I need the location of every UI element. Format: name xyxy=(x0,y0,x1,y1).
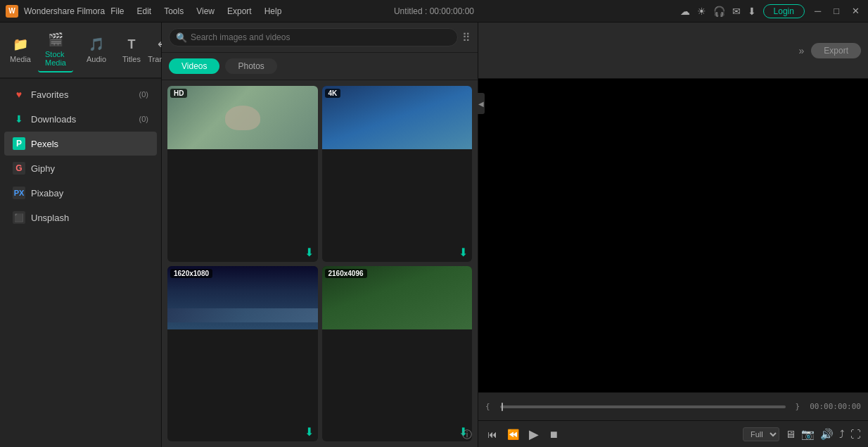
menu-view[interactable]: View xyxy=(196,6,215,16)
filter-tabs: Videos Photos xyxy=(162,53,478,80)
downloads-count: (0) xyxy=(139,115,148,123)
tool-stock-media[interactable]: 🎬 Stock Media xyxy=(38,27,73,73)
title-bar-menu: File Edit Tools View Export Help xyxy=(110,6,281,16)
project-title: Untitled : 00:00:00:00 xyxy=(394,6,474,16)
content-area: ◀ 🔍 ⠿ Videos Photos xyxy=(162,23,478,447)
filter-photos-tab[interactable]: Photos xyxy=(225,58,276,74)
sidebar-item-giphy[interactable]: G Giphy xyxy=(4,156,157,180)
heart-icon: ♥ xyxy=(13,88,25,101)
menu-edit[interactable]: Edit xyxy=(137,6,152,16)
tool-stock-media-label: Stock Media xyxy=(45,50,66,67)
title-bar-right: ☁ ☀ 🎧 ✉ ⬇ Login ─ □ ✕ xyxy=(680,4,862,18)
titles-icon: T xyxy=(128,37,136,52)
unsplash-label: Unsplash xyxy=(31,213,69,223)
minimize-button[interactable]: ─ xyxy=(812,6,824,16)
main-area: 📁 Media 🎬 Stock Media 🎵 Audio T Titles ⟷… xyxy=(0,23,868,447)
pexels-icon: P xyxy=(13,137,25,150)
search-bar: 🔍 ⠿ xyxy=(162,23,478,53)
tool-titles[interactable]: T Titles xyxy=(114,33,149,68)
skip-back-button[interactable]: ⏮ xyxy=(485,429,499,440)
close-button[interactable]: ✕ xyxy=(849,6,862,16)
fullscreen-icon[interactable]: ⛶ xyxy=(850,428,861,440)
bell-icon[interactable]: ✉ xyxy=(732,6,741,17)
sidebar-item-pexels[interactable]: P Pexels xyxy=(4,132,157,156)
media-grid: HD ⬇ 4K ⬇ 1620x1080 ⬇ 2160x4096 ⬇ xyxy=(162,80,478,447)
screen-icon[interactable]: 🖥 xyxy=(785,428,796,440)
collapse-panel-button[interactable]: ◀ xyxy=(478,93,485,114)
sidebar-nav: ♥ Favorites (0) ⬇ Downloads (0) P Pexels xyxy=(0,79,161,447)
preview-timecode: 00:00:00:00 xyxy=(810,402,861,411)
export-button[interactable]: Export xyxy=(811,43,861,58)
login-button[interactable]: Login xyxy=(763,4,805,18)
share-icon[interactable]: ⤴ xyxy=(839,428,845,440)
media-item-1[interactable]: 4K ⬇ xyxy=(322,86,473,262)
grid-view-icon[interactable]: ⠿ xyxy=(462,31,471,44)
media-item-3[interactable]: 2160x4096 ⬇ xyxy=(322,266,473,442)
quality-select[interactable]: Full 1/2 1/4 xyxy=(743,427,779,441)
headphone-icon[interactable]: 🎧 xyxy=(713,6,725,17)
playback-row: ⏮ ⏪ ▶ ⏹ Full 1/2 1/4 🖥 📷 🔊 ⤴ ⛶ xyxy=(478,420,868,447)
tool-media-label: Media xyxy=(10,55,31,63)
favorites-label: Favorites xyxy=(31,89,68,100)
stop-button[interactable]: ⏹ xyxy=(547,429,561,440)
search-icon: 🔍 xyxy=(176,32,187,43)
volume-icon[interactable]: 🔊 xyxy=(820,428,834,441)
badge-hd: HD xyxy=(170,89,187,98)
download-thumb-1-icon[interactable]: ⬇ xyxy=(459,246,468,259)
audio-icon: 🎵 xyxy=(89,37,104,52)
tool-audio[interactable]: 🎵 Audio xyxy=(79,32,114,68)
preview-video-area xyxy=(478,79,868,392)
menu-help[interactable]: Help xyxy=(264,6,282,16)
media-item-2[interactable]: 1620x1080 ⬇ xyxy=(167,266,318,442)
preview-panel: » Export { } 00:00:00:00 ⏮ ⏪ ▶ ⏹ Full 1/… xyxy=(478,23,868,447)
app-icon: W xyxy=(6,5,18,18)
cloud-icon[interactable]: ☁ xyxy=(680,6,690,17)
preview-controls: { } 00:00:00:00 xyxy=(478,392,868,420)
stock-media-icon: 🎬 xyxy=(48,32,63,47)
download-thumb-0-icon[interactable]: ⬇ xyxy=(305,246,314,259)
sidebar-item-unsplash[interactable]: ⬛ Unsplash xyxy=(4,206,157,229)
expand-arrow-icon[interactable]: » xyxy=(799,45,805,56)
giphy-icon: G xyxy=(13,162,25,175)
menu-tools[interactable]: Tools xyxy=(164,6,184,16)
download-icon[interactable]: ⬇ xyxy=(748,6,756,17)
sidebar-item-pixabay[interactable]: PX Pixabay xyxy=(4,181,157,205)
info-icon[interactable]: ⓘ xyxy=(462,429,472,441)
media-icon: 📁 xyxy=(13,37,28,52)
menu-export[interactable]: Export xyxy=(227,6,252,16)
left-panel: 📁 Media 🎬 Stock Media 🎵 Audio T Titles ⟷… xyxy=(0,23,162,447)
maximize-button[interactable]: □ xyxy=(831,6,842,16)
app-title: Wondershare Filmora xyxy=(24,6,105,16)
title-bar: W Wondershare Filmora File Edit Tools Vi… xyxy=(0,0,868,23)
tool-media[interactable]: 📁 Media xyxy=(3,32,38,68)
favorites-count: (0) xyxy=(139,90,148,99)
preview-timeline-slider[interactable] xyxy=(500,405,786,408)
tool-titles-label: Titles xyxy=(122,55,141,63)
download-sidebar-icon: ⬇ xyxy=(13,113,25,125)
camera-icon[interactable]: 📷 xyxy=(801,428,815,441)
sun-icon[interactable]: ☀ xyxy=(697,6,706,17)
pixabay-label: Pixabay xyxy=(31,188,63,199)
preview-header: » Export xyxy=(478,23,868,79)
filter-videos-tab[interactable]: Videos xyxy=(169,58,219,74)
giphy-label: Giphy xyxy=(31,163,55,174)
menu-file[interactable]: File xyxy=(110,6,124,16)
title-bar-left: W Wondershare Filmora File Edit Tools Vi… xyxy=(6,5,281,18)
download-thumb-2-icon[interactable]: ⬇ xyxy=(305,425,314,439)
sidebar-item-favorites[interactable]: ♥ Favorites (0) xyxy=(4,82,157,106)
media-item-0[interactable]: HD ⬇ xyxy=(167,86,318,262)
time-bracket-end: } xyxy=(796,402,800,411)
tool-audio-label: Audio xyxy=(87,55,106,63)
sidebar-item-downloads[interactable]: ⬇ Downloads (0) xyxy=(4,107,157,131)
frame-back-button[interactable]: ⏪ xyxy=(505,429,521,440)
collapse-icon: ◀ xyxy=(478,100,484,108)
time-bracket-start: { xyxy=(485,402,490,411)
toolbar: 📁 Media 🎬 Stock Media 🎵 Audio T Titles ⟷… xyxy=(0,23,161,79)
play-button[interactable]: ▶ xyxy=(527,427,541,442)
badge-4k: 4K xyxy=(325,89,341,98)
search-input[interactable] xyxy=(169,28,458,46)
unsplash-icon: ⬛ xyxy=(13,211,25,224)
pixabay-icon: PX xyxy=(13,187,25,199)
pexels-label: Pexels xyxy=(31,139,58,149)
badge-2160: 2160x4096 xyxy=(325,269,367,278)
